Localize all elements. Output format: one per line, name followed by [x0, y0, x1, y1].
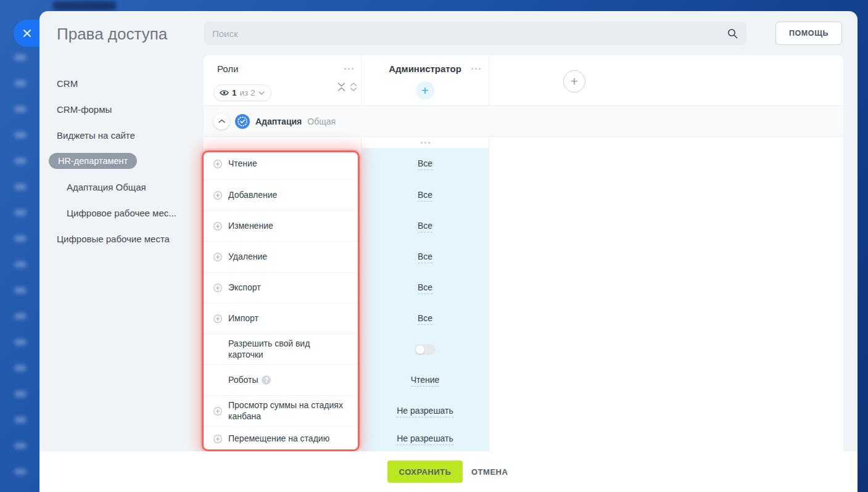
nav-item-hr-department[interactable]: HR-департамент: [39, 148, 204, 174]
help-tooltip-icon[interactable]: ?: [262, 375, 271, 385]
sidebar-menu-item-blur: [15, 417, 26, 423]
admin-more-icon[interactable]: [471, 68, 481, 70]
sidebar-menu-item-blur: [15, 236, 26, 242]
expand-plus-icon[interactable]: [213, 314, 222, 323]
roles-more-icon[interactable]: [344, 68, 353, 70]
nav-item-digital-workplaces[interactable]: Цифровые рабочие места: [39, 226, 204, 252]
nav-item-adaptation[interactable]: Адаптация Общая: [39, 174, 204, 200]
filter-of-label: из 2: [240, 88, 255, 97]
nav-item-digital-workplace[interactable]: Цифровое рабочее мес...: [39, 200, 204, 226]
table-row: Добавление Все: [204, 180, 489, 211]
sidebar-menu-item-blur: [15, 443, 26, 449]
expand-plus-icon[interactable]: [213, 160, 222, 168]
footer-bar: СОХРАНИТЬ ОТМЕНА: [39, 451, 858, 492]
nav-item-label: CRM: [57, 78, 78, 89]
sidebar-menu-item-blur: [15, 54, 26, 60]
section-title: Адаптация: [255, 117, 302, 126]
permission-label: Экспорт: [228, 282, 261, 293]
expand-plus-icon[interactable]: [213, 284, 222, 292]
nav-item-site-widgets[interactable]: Виджеты на сайте: [39, 122, 204, 148]
filter-count: 1: [232, 88, 237, 97]
table-body: Чтение Все Добавление Все: [204, 148, 843, 451]
permission-label: Разрешить свой вид карточки: [228, 338, 330, 360]
sidebar-menu-item-blur: [15, 158, 26, 164]
admin-column-more-icon[interactable]: [421, 142, 430, 144]
app-background: Права доступа CRM CRM-формы Виджеты на с…: [0, 0, 868, 492]
table-row: Перемещение на стадию Не разрешать: [204, 427, 489, 451]
search-box: [204, 22, 746, 45]
permission-label: Импорт: [228, 313, 258, 324]
selected-nav-pill: HR-департамент: [49, 153, 137, 169]
add-permission-button[interactable]: +: [416, 81, 434, 100]
expand-plus-icon[interactable]: [213, 407, 222, 416]
nav-item-label: Виджеты на сайте: [57, 130, 135, 141]
roles-header-cell: Роли 1 из 2: [204, 55, 361, 106]
permission-label: Роботы: [228, 375, 258, 386]
nav-item-label: CRM-формы: [57, 104, 112, 115]
chevron-down-icon: [258, 91, 265, 95]
permission-label: Просмотр суммы на стадиях канбана: [228, 400, 347, 422]
nav-item-label: Цифровые рабочие места: [57, 234, 170, 244]
sort-icon[interactable]: [350, 83, 357, 91]
permission-value-link[interactable]: Не разрешать: [397, 433, 453, 445]
chevron-up-icon: [218, 119, 225, 123]
table-row: Экспорт Все: [204, 273, 489, 303]
access-rights-panel: Права доступа CRM CRM-формы Виджеты на с…: [39, 11, 858, 492]
permission-value-link[interactable]: Все: [418, 221, 432, 232]
permission-value-link[interactable]: Чтение: [411, 375, 440, 387]
search-input[interactable]: [212, 28, 727, 39]
sidebar-menu-item-blur: [15, 391, 26, 397]
settings-nav: CRM CRM-формы Виджеты на сайте HR-департ…: [39, 70, 204, 252]
expand-plus-icon[interactable]: [213, 253, 222, 261]
sidebar-menu-item-blur: [15, 313, 26, 319]
permission-value-link[interactable]: Все: [418, 158, 432, 170]
close-slider-button[interactable]: [14, 20, 41, 47]
permission-rows: Чтение Все Добавление Все: [204, 148, 489, 451]
nav-item-crm[interactable]: CRM: [39, 70, 204, 96]
table-row: Удаление Все: [204, 242, 489, 273]
permission-label: Изменение: [228, 221, 273, 232]
permission-value-link[interactable]: Все: [418, 190, 432, 202]
table-row: Изменение Все: [204, 211, 489, 242]
permission-value-link[interactable]: Все: [418, 313, 432, 325]
nav-item-label: Цифровое рабочее мес...: [67, 208, 176, 218]
sidebar-menu-item-blur: [15, 106, 26, 112]
expand-plus-icon[interactable]: [213, 222, 222, 231]
permission-value-link[interactable]: Не разрешать: [397, 406, 453, 417]
collapse-section-button[interactable]: [213, 113, 229, 129]
admin-column-more-strip: [362, 137, 489, 148]
permission-value-link[interactable]: Все: [418, 252, 432, 263]
expand-plus-icon[interactable]: [213, 435, 222, 443]
sidebar-menu-item-blur: [15, 261, 26, 268]
section-row-adaptation: Адаптация Общая: [204, 106, 843, 137]
permission-label: Удаление: [228, 252, 267, 263]
blurred-logo: [53, 1, 116, 10]
nav-item-crm-forms[interactable]: CRM-формы: [39, 96, 204, 122]
sidebar-menu-item-blur: [15, 184, 26, 190]
close-icon: [23, 29, 31, 38]
nav-item-label: Адаптация Общая: [67, 182, 146, 192]
sidebar-menu-item-blur: [15, 365, 26, 371]
search-icon[interactable]: [727, 28, 738, 39]
expand-plus-icon[interactable]: [213, 191, 222, 200]
save-button[interactable]: СОХРАНИТЬ: [387, 461, 463, 483]
permission-label: Перемещение на стадию: [228, 433, 329, 445]
eye-icon: [220, 89, 229, 96]
table-row: Просмотр суммы на стадиях канбана Не раз…: [204, 396, 489, 427]
permission-label: Добавление: [228, 190, 277, 201]
cancel-button[interactable]: ОТМЕНА: [471, 461, 508, 483]
sidebar-menu-item-blur: [15, 469, 26, 475]
smart-process-icon: [235, 114, 250, 129]
permissions-table: Роли 1 из 2: [204, 55, 843, 451]
sidebar-menu-item-blur: [15, 210, 26, 216]
permission-value-link[interactable]: Все: [418, 282, 432, 294]
table-row: Чтение Все: [204, 148, 489, 180]
admin-header-label: Администратор: [362, 64, 489, 74]
sidebar-menu-item-blur: [15, 339, 26, 345]
roles-filter-chip[interactable]: 1 из 2: [213, 84, 271, 101]
table-row: Импорт Все: [204, 303, 489, 334]
help-button[interactable]: ПОМОЩЬ: [775, 22, 842, 45]
collapse-all-icon[interactable]: [337, 83, 345, 91]
add-role-button[interactable]: +: [563, 70, 585, 92]
custom-card-view-toggle[interactable]: [415, 344, 436, 355]
